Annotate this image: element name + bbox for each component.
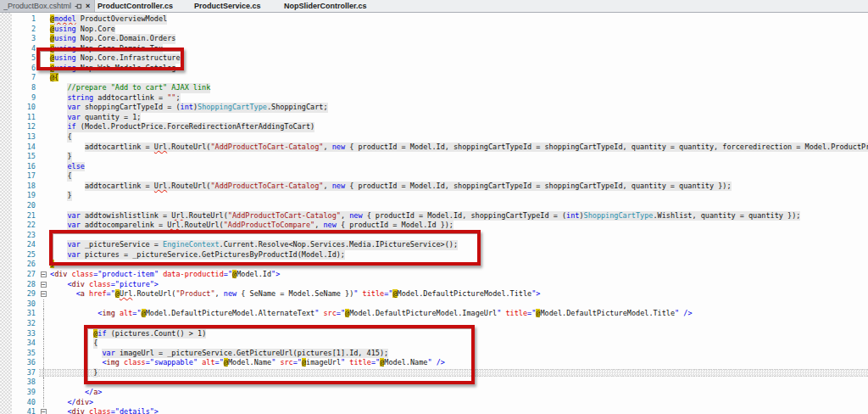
line-number: 36 bbox=[12, 358, 40, 368]
line-number: 37 bbox=[12, 368, 40, 378]
code-text: else bbox=[67, 162, 84, 172]
code-text: @using Nop.Core.Domain.Orders bbox=[50, 34, 175, 44]
code-text: var quantity = 1; bbox=[67, 113, 141, 123]
fold-margin bbox=[40, 122, 50, 132]
tab-nopslidercontroller-cs[interactable]: NopSliderController.cs bbox=[281, 0, 392, 12]
line-number: 1 bbox=[12, 14, 40, 25]
line-number: 33 bbox=[12, 329, 40, 339]
code-text: if (Model.ProductPrice.ForceRedirectionA… bbox=[67, 122, 314, 132]
line-number: 18 bbox=[12, 182, 40, 192]
fold-margin bbox=[40, 211, 50, 221]
code-line-11: 11var quantity = 1; bbox=[12, 113, 868, 123]
code-text: <div class="product-item" data-productid… bbox=[50, 270, 280, 280]
code-line-29: 29−<a href="@Url.RouteUrl("Product", new… bbox=[12, 289, 868, 299]
line-number: 30 bbox=[12, 299, 40, 310]
pin-icon[interactable] bbox=[75, 3, 82, 10]
fold-margin bbox=[40, 143, 50, 153]
active-tab-label: _ProductBox.cshtml bbox=[3, 2, 71, 10]
line-number: 22 bbox=[12, 221, 40, 231]
code-line-30: 30 bbox=[12, 299, 868, 310]
code-text: { bbox=[67, 171, 71, 182]
line-number: 41 bbox=[12, 407, 40, 414]
fold-margin-bar bbox=[40, 299, 50, 310]
code-text: </a> bbox=[85, 388, 103, 398]
code-text: string addtocartlink = ""; bbox=[67, 93, 180, 104]
code-text: addtocartlink = Url.RouteUrl("AddProduct… bbox=[85, 143, 868, 153]
collapse-box-icon[interactable]: − bbox=[41, 291, 47, 297]
fold-margin-bar bbox=[40, 338, 50, 349]
code-line-7: 7@{ bbox=[12, 73, 868, 83]
collapse-box-icon[interactable]: − bbox=[41, 271, 47, 277]
annotation-box-using-infrastructure bbox=[36, 48, 184, 70]
line-number: 17 bbox=[12, 171, 40, 182]
code-text: <a href="@Url.RouteUrl("Product", new { … bbox=[76, 289, 541, 299]
fold-margin bbox=[40, 171, 50, 182]
fold-margin bbox=[40, 25, 50, 35]
line-number: 14 bbox=[12, 143, 40, 153]
vs-editor-window: _ProductBox.cshtml × ProductController.c… bbox=[0, 0, 868, 414]
fold-margin bbox=[40, 132, 50, 143]
line-number: 25 bbox=[12, 250, 40, 260]
line-number: 29 bbox=[12, 289, 40, 299]
code-text: @model ProductOverviewModel bbox=[50, 14, 167, 25]
code-line-12: 12if (Model.ProductPrice.ForceRedirectio… bbox=[12, 122, 868, 132]
code-text: <img alt="@Model.DefaultPictureModel.Alt… bbox=[97, 309, 692, 319]
code-line-27: 27−<div class="product-item" data-produc… bbox=[12, 270, 868, 280]
line-number: 9 bbox=[12, 93, 40, 104]
line-number: 31 bbox=[12, 309, 40, 319]
line-number: 10 bbox=[12, 103, 40, 113]
tab-productbox-cshtml[interactable]: _ProductBox.cshtml × bbox=[0, 0, 95, 12]
code-text: @using Nop.Core bbox=[50, 25, 115, 35]
line-number: 38 bbox=[12, 378, 40, 388]
line-number: 35 bbox=[12, 349, 40, 359]
code-line-14: 14addtocartlink = Url.RouteUrl("AddProdu… bbox=[12, 143, 868, 153]
code-line-18: 18addtocartlink = Url.RouteUrl("AddProdu… bbox=[12, 182, 868, 192]
code-line-9: 9string addtocartlink = ""; bbox=[12, 93, 868, 104]
code-line-31: 31<img alt="@Model.DefaultPictureModel.A… bbox=[12, 309, 868, 319]
tab-productcontroller-cs[interactable]: ProductController.cs bbox=[95, 0, 192, 12]
line-number: 34 bbox=[12, 338, 40, 349]
fold-margin bbox=[40, 14, 50, 25]
fold-margin-bar bbox=[40, 358, 50, 368]
document-tab-bar: _ProductBox.cshtml × ProductController.c… bbox=[0, 0, 868, 13]
tab-productservice-cs[interactable]: ProductService.cs bbox=[192, 0, 281, 12]
collapse-box-icon[interactable]: − bbox=[41, 282, 47, 288]
fold-margin-box[interactable]: − bbox=[40, 280, 50, 290]
line-number: 40 bbox=[12, 398, 40, 408]
fold-margin-box[interactable]: − bbox=[40, 407, 50, 414]
line-number: 23 bbox=[12, 231, 40, 241]
code-line-40: 40</div> bbox=[12, 398, 868, 408]
code-line-20: 20 bbox=[12, 201, 868, 211]
code-text: addtocartlink = Url.RouteUrl("AddProduct… bbox=[85, 182, 732, 192]
code-line-3: 3@using Nop.Core.Domain.Orders bbox=[12, 34, 868, 44]
breakpoint-margin[interactable] bbox=[0, 13, 12, 414]
fold-margin bbox=[40, 113, 50, 123]
code-line-19: 19} bbox=[12, 191, 868, 201]
fold-margin bbox=[40, 201, 50, 211]
line-number: 7 bbox=[12, 73, 40, 83]
fold-margin bbox=[40, 73, 50, 83]
code-text: { bbox=[67, 132, 71, 143]
code-line-10: 10var shoppingCartTypeId = (int)Shopping… bbox=[12, 103, 868, 113]
annotation-box-swappable-image bbox=[84, 325, 475, 384]
code-line-16: 16else bbox=[12, 162, 868, 172]
line-number: 15 bbox=[12, 152, 40, 162]
code-line-41: 41−<div class="details"> bbox=[12, 407, 868, 414]
fold-margin-box[interactable]: − bbox=[40, 270, 50, 280]
fold-margin-bar bbox=[40, 398, 50, 408]
collapse-box-icon[interactable]: − bbox=[41, 409, 47, 414]
line-number: 24 bbox=[12, 240, 40, 250]
fold-margin bbox=[40, 103, 50, 113]
code-line-8: 8//prepare "Add to cart" AJAX link bbox=[12, 83, 868, 93]
line-number: 32 bbox=[12, 319, 40, 329]
line-number: 3 bbox=[12, 34, 40, 44]
line-number: 26 bbox=[12, 260, 40, 270]
fold-margin-bar bbox=[40, 378, 50, 388]
fold-margin-box[interactable]: − bbox=[40, 289, 50, 299]
code-text: var shoppingCartTypeId = (int)ShoppingCa… bbox=[67, 103, 327, 113]
fold-margin-bar bbox=[40, 329, 50, 339]
line-number: 21 bbox=[12, 211, 40, 221]
close-icon[interactable]: × bbox=[86, 3, 90, 10]
line-number: 16 bbox=[12, 162, 40, 172]
fold-margin bbox=[40, 182, 50, 192]
